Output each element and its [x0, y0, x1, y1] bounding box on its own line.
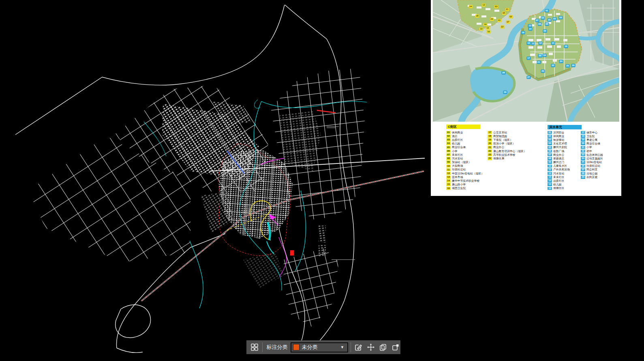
- legend-item-label: 保障住房: [493, 157, 504, 160]
- legend-column: 01休闲商业02酒店03品质社区04幼儿园05商业综合体06小学07未来社区08…: [446, 131, 484, 190]
- legend-item-number: 02: [548, 135, 552, 138]
- legend-item-label: 文化艺术馆: [553, 142, 567, 145]
- plan-marker: 25: [566, 64, 569, 67]
- copy-annotation-button[interactable]: [378, 342, 388, 352]
- legend-item-number: 01: [548, 131, 552, 134]
- legend-item-label: 大型商场: [452, 164, 463, 168]
- category-dropdown[interactable]: 未分类 ▼: [291, 342, 348, 352]
- masterplan-rendering: [433, 0, 619, 122]
- separator: [262, 342, 263, 352]
- legend-item-label: 商业综合体: [586, 142, 600, 145]
- plan-marker: 20: [538, 54, 542, 57]
- legend-title: C街区: [446, 125, 480, 129]
- legend-column: 17体育中心18卫生院19养老公寓20商业综合体21小学22初中23生态休闲公园…: [581, 131, 603, 179]
- plan-marker: 05: [548, 19, 551, 21]
- legend-item-number: 09: [548, 161, 552, 164]
- plan-marker: 10: [484, 23, 487, 26]
- legend-item: 04文化艺术馆: [548, 142, 570, 146]
- legend-item-number: 19: [581, 138, 585, 142]
- legend-item-number: 04: [548, 142, 552, 145]
- legend-item: 16保障住区: [548, 187, 570, 190]
- legend-item: 16城西卫生院: [446, 187, 484, 190]
- legend-item-label: 中亚110kv变电站（现状）: [452, 172, 484, 175]
- plan-marker: 29: [503, 91, 507, 94]
- plan-marker: 07: [535, 19, 539, 22]
- legend-item-label: 苗木市场: [452, 176, 463, 179]
- legend-item: 20双清小学（现状）: [488, 142, 526, 146]
- legend-item-label: 公交首末站: [493, 131, 507, 134]
- legend-item-label: 110kv变电站: [586, 161, 602, 164]
- reference-plan-panel[interactable]: 2413032105180223010710152216190104020307…: [431, 0, 621, 196]
- legend-item-label: 养老公寓: [586, 138, 597, 142]
- legend-item: 15唐山路小学: [446, 183, 484, 187]
- legend-item: 17体育中心: [581, 131, 603, 134]
- legend-item: 02酒店: [446, 134, 484, 138]
- legend-item-number: 23: [488, 153, 492, 157]
- plan-marker: 21: [537, 61, 541, 64]
- legend-item-label: 滨河阳台: [553, 131, 564, 134]
- plan-marker: 01: [545, 9, 549, 12]
- legend-item: 11户外天然浴场: [548, 168, 570, 172]
- legend-item-number: 20: [488, 142, 492, 145]
- paste-icon: [392, 343, 400, 351]
- legend-item-label: 小学: [586, 146, 592, 149]
- legend-item: 06小学: [446, 149, 484, 153]
- legend-item: 24保障住房: [488, 157, 526, 160]
- plan-marker: 27: [527, 76, 531, 79]
- category-grid-button[interactable]: [250, 342, 260, 352]
- legend-item-number: 05: [446, 146, 451, 149]
- legend-item-number: 06: [548, 150, 552, 153]
- legend-item: 18商贸物流园: [488, 134, 526, 138]
- legend-item-label: 高等职业技术学校: [493, 153, 515, 157]
- legend-item: 13未来社区: [548, 175, 570, 179]
- legend-item-number: 08: [446, 157, 451, 160]
- plan-marker: 21: [505, 8, 509, 11]
- legend-item-label: 品质社区: [553, 179, 564, 183]
- legend-item: 12污水泵站: [548, 172, 570, 175]
- legend-item: 18卫生院: [581, 134, 603, 138]
- plan-marker: 19: [543, 54, 546, 57]
- plan-marker: 24: [469, 5, 473, 8]
- legend-item: 07商业办公: [548, 153, 570, 157]
- plan-marker: 09: [543, 30, 547, 32]
- legend-item-number: 18: [581, 135, 585, 138]
- legend-item: 25110kv变电站: [581, 161, 603, 164]
- plan-marker: 24: [559, 60, 563, 63]
- legend-item: 04幼儿园: [446, 142, 484, 146]
- legend-item: 15幼儿园: [548, 183, 570, 187]
- plan-marker: 05: [502, 12, 506, 15]
- legend-item-number: 21: [488, 146, 492, 149]
- legend-item-number: 13: [548, 176, 552, 179]
- category-dropdown-value: 未分类: [302, 344, 340, 351]
- legend-item-number: 19: [488, 138, 492, 142]
- legend-item: 20商业综合体: [581, 142, 603, 146]
- legend-item-number: 22: [488, 150, 492, 153]
- plan-marker: 10: [527, 42, 531, 45]
- legend-item-label: 滕州中等技术职业学校: [452, 179, 479, 183]
- legend-item-number: 16: [548, 187, 552, 190]
- legend-item-number: 16: [446, 187, 451, 190]
- legend-item: 02休闲商业: [548, 134, 570, 138]
- legend-item-label: 休闲商业: [553, 135, 564, 138]
- legend-item-label: 湿地公园: [586, 172, 597, 175]
- legend-item: 21小学: [581, 146, 603, 149]
- annotation-toolbar: 标注分类 未分类 ▼: [246, 340, 400, 354]
- plan-marker: 16: [564, 45, 568, 48]
- legend-item-number: 15: [548, 183, 552, 186]
- app-window: 2413032105180223010710152216190104020307…: [0, 0, 644, 361]
- plan-marker: 08: [538, 23, 541, 26]
- legend-item: 01休闲商业: [446, 131, 484, 134]
- legend-item-number: 11: [446, 168, 451, 172]
- legend-item-label: 旅游驿站: [553, 138, 564, 142]
- edit-annotation-button[interactable]: [353, 342, 364, 352]
- legend-item-label: 回迁村庄: [586, 168, 597, 171]
- legend-item-number: 25: [581, 161, 585, 164]
- legend-item-number: 27: [581, 168, 585, 172]
- move-annotation-button[interactable]: [366, 342, 376, 352]
- legend-item-number: 14: [548, 179, 552, 183]
- plan-marker: 23: [490, 18, 494, 21]
- paste-annotation-button[interactable]: [390, 342, 400, 352]
- legend-item-number: 03: [446, 138, 451, 142]
- legend-item-label: 未来社区: [452, 153, 463, 157]
- legend-item-number: 02: [446, 135, 451, 138]
